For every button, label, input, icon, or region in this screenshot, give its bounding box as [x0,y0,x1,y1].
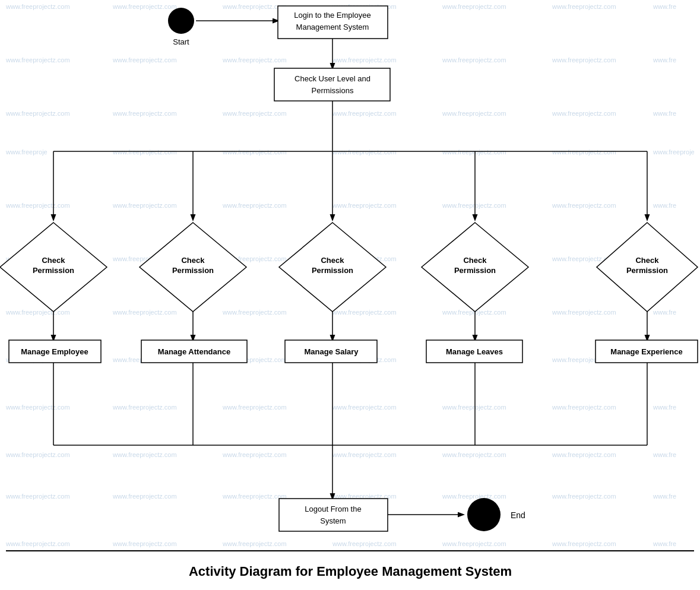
svg-text:www.fre: www.fre [653,493,676,500]
svg-text:www.fre: www.fre [653,309,676,316]
start-label: Start [173,37,189,46]
end-node [467,498,501,531]
diamond-5-text-2: Permission [626,266,668,275]
svg-text:www.fre: www.fre [653,540,676,547]
diamond-5-text-1: Check [635,256,659,265]
check-user-level-node [274,68,390,101]
svg-text:www.freeprojectz.com: www.freeprojectz.com [442,202,506,209]
svg-text:www.freeprojectz.com: www.freeprojectz.com [222,110,287,117]
diamond-4-text-1: Check [463,256,487,265]
diamond-3-text-1: Check [321,256,344,265]
diagram-container: www.freeprojectz.com www.freeprojectz.co… [0,0,700,590]
diamond-4-text-2: Permission [454,266,496,275]
svg-text:www.freeprojectz.com: www.freeprojectz.com [5,493,70,500]
svg-text:www.fre: www.fre [653,404,676,411]
svg-text:www.freeprojectz.com: www.freeprojectz.com [222,309,287,316]
svg-text:www.freeprojectz.com: www.freeprojectz.com [112,540,177,547]
start-node [168,8,194,34]
svg-text:www.freeprojectz.com: www.freeprojectz.com [332,451,397,458]
login-text-1: Login to the Employee [294,11,370,20]
svg-text:www.freeprojectz.com: www.freeprojectz.com [5,309,70,316]
manage-attendance-text: Manage Attendance [158,347,230,356]
svg-text:www.freeprojectz.com: www.freeprojectz.com [552,110,616,117]
svg-text:www.fre: www.fre [653,451,676,458]
svg-text:www.fre: www.fre [653,3,676,10]
svg-text:www.freeprojectz.com: www.freeprojectz.com [222,540,287,547]
svg-text:www.freeprojectz.com: www.freeprojectz.com [112,148,177,156]
svg-text:www.freeprojectz.com: www.freeprojectz.com [442,404,506,411]
svg-text:www.freeprojectz.com: www.freeprojectz.com [112,110,177,117]
svg-text:www.freeprojectz.com: www.freeprojectz.com [332,309,397,316]
svg-text:www.freeprojectz.com: www.freeprojectz.com [552,540,616,547]
diamond-1-text-1: Check [42,256,65,265]
svg-text:www.freeprojectz.com: www.freeprojectz.com [5,110,70,117]
svg-text:www.freeprojectz.com: www.freeprojectz.com [5,3,70,10]
svg-text:www.freeproje: www.freeproje [653,148,695,156]
svg-text:www.freeprojectz.com: www.freeprojectz.com [442,493,506,500]
svg-text:www.freeprojectz.com: www.freeprojectz.com [112,202,177,209]
svg-text:www.freeprojectz.com: www.freeprojectz.com [332,540,397,547]
diamond-2-text-1: Check [181,256,205,265]
logout-text-2: System [320,516,346,525]
svg-text:www.freeprojectz.com: www.freeprojectz.com [442,148,506,156]
svg-text:www.freeprojectz.com: www.freeprojectz.com [442,56,506,64]
manage-employee-text: Manage Employee [21,347,88,356]
check-user-level-text-1: Check User Level and [294,74,370,83]
svg-text:www.freeprojectz.com: www.freeprojectz.com [332,404,397,411]
svg-text:www.freeprojectz.com: www.freeprojectz.com [552,309,616,316]
svg-text:www.freeprojectz.com: www.freeprojectz.com [222,202,287,209]
svg-text:www.freeprojectz.com: www.freeprojectz.com [112,493,177,500]
svg-text:www.freeprojectz.com: www.freeprojectz.com [332,148,397,156]
svg-text:www.freeprojectz.com: www.freeprojectz.com [332,56,397,64]
svg-text:www.freeprojectz.com: www.freeprojectz.com [222,56,287,64]
svg-text:www.freeprojectz.com: www.freeprojectz.com [552,451,616,458]
diagram-title: Activity Diagram for Employee Management… [189,564,512,579]
diamond-1-text-2: Permission [33,266,74,275]
svg-text:www.freeprojectz.com: www.freeprojectz.com [222,3,287,10]
svg-text:www.freeprojectz.com: www.freeprojectz.com [552,404,616,411]
svg-text:www.freeprojectz.com: www.freeprojectz.com [442,110,506,117]
logout-text-1: Logout From the [305,505,361,513]
svg-text:www.freeprojectz.com: www.freeprojectz.com [222,451,287,458]
diamond-2-text-2: Permission [172,266,214,275]
svg-text:www.freeprojectz.com: www.freeprojectz.com [112,404,177,411]
svg-text:www.fre: www.fre [653,202,676,209]
svg-text:www.freeprojectz.com: www.freeprojectz.com [442,451,506,458]
svg-text:www.freeprojectz.com: www.freeprojectz.com [332,202,397,209]
svg-text:www.freeprojectz.com: www.freeprojectz.com [5,56,70,64]
svg-text:www.freeprojectz.com: www.freeprojectz.com [442,3,506,10]
svg-text:www.fre: www.fre [653,110,676,117]
svg-text:www.freeprojectz.com: www.freeprojectz.com [332,110,397,117]
manage-salary-text: Manage Salary [304,347,359,356]
svg-text:www.freeprojectz.com: www.freeprojectz.com [112,3,177,10]
svg-text:www.freeprojectz.com: www.freeprojectz.com [222,404,287,411]
manage-experience-text: Manage Experience [610,347,682,356]
svg-text:www.freeprojectz.com: www.freeprojectz.com [552,493,616,500]
activity-diagram: www.freeprojectz.com www.freeprojectz.co… [0,0,700,590]
manage-leaves-text: Manage Leaves [446,347,503,356]
svg-text:www.freeprojectz.com: www.freeprojectz.com [552,3,616,10]
svg-text:www.freeprojectz.com: www.freeprojectz.com [112,56,177,64]
check-user-level-text-2: Permissions [312,86,354,95]
svg-text:www.freeproje: www.freeproje [5,148,47,156]
logout-node [279,499,388,531]
end-label: End [511,510,525,520]
svg-text:www.freeprojectz.com: www.freeprojectz.com [552,148,616,156]
svg-text:www.freeprojectz.com: www.freeprojectz.com [552,56,616,64]
svg-text:www.freeprojectz.com: www.freeprojectz.com [112,451,177,458]
svg-text:www.freeprojectz.com: www.freeprojectz.com [552,202,616,209]
svg-text:www.freeprojectz.com: www.freeprojectz.com [5,404,70,411]
svg-text:www.freeprojectz.com: www.freeprojectz.com [442,540,506,547]
svg-text:www.freeprojectz.com: www.freeprojectz.com [5,451,70,458]
svg-text:www.fre: www.fre [653,56,676,64]
svg-text:www.freeprojectz.com: www.freeprojectz.com [112,309,177,316]
svg-text:www.freeprojectz.com: www.freeprojectz.com [5,202,70,209]
svg-text:www.freeprojectz.com: www.freeprojectz.com [222,148,287,156]
svg-text:www.freeprojectz.com: www.freeprojectz.com [5,540,70,547]
diamond-3-text-2: Permission [312,266,353,275]
svg-text:www.freeprojectz.com: www.freeprojectz.com [222,493,287,500]
login-text-2: Management System [296,23,369,31]
